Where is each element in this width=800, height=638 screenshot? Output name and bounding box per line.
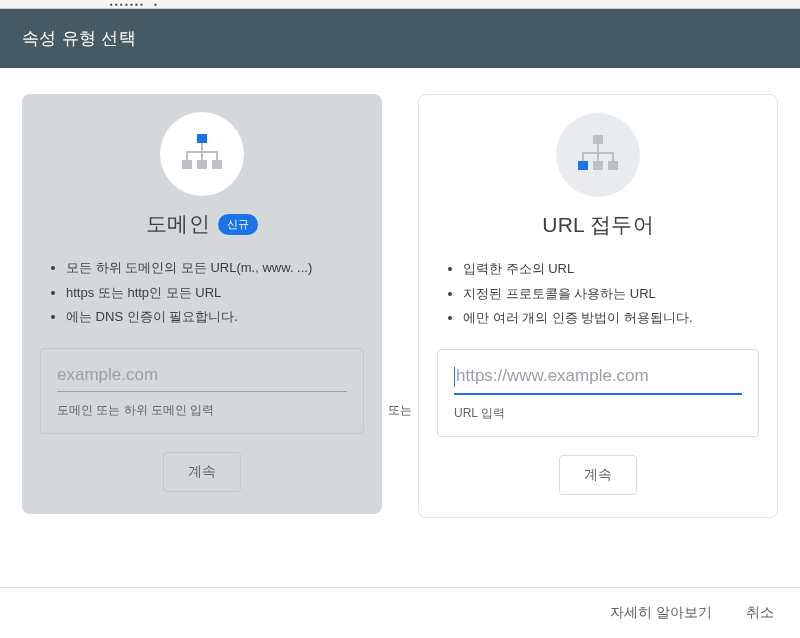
svg-rect-4 (593, 135, 603, 144)
sitemap-icon (574, 133, 622, 177)
browser-tab-strip: ▪ ▪ ▪ ▪ ▪ ▪ ▪ ▪ (0, 0, 800, 9)
tab-remnant: ▪ ▪ ▪ ▪ ▪ ▪ ▪ ▪ (110, 0, 157, 9)
svg-rect-5 (578, 161, 588, 170)
dialog-content: 도메인 신규 모든 하위 도메인의 모든 URL(m., www. ...) h… (0, 68, 800, 518)
domain-input-box: example.com 도메인 또는 하위 도메인 입력 (40, 348, 364, 434)
svg-rect-1 (182, 160, 192, 169)
url-prefix-property-card[interactable]: URL 접두어 입력한 주소의 URL 지정된 프로토콜을 사용하는 URL 에… (418, 94, 778, 518)
list-item: 에만 여러 개의 인증 방법이 허용됩니다. (463, 306, 759, 331)
svg-rect-6 (593, 161, 603, 170)
domain-input-placeholder: example.com (57, 365, 158, 384)
url-prefix-input-box: https://www.example.com URL 입력 (437, 349, 759, 437)
domain-input[interactable]: example.com (57, 365, 347, 392)
dialog-header: 속성 유형 선택 (0, 9, 800, 68)
cancel-button[interactable]: 취소 (746, 604, 774, 622)
svg-rect-3 (212, 160, 222, 169)
url-prefix-feature-list: 입력한 주소의 URL 지정된 프로토콜을 사용하는 URL 에만 여러 개의 … (437, 257, 759, 349)
domain-continue-button[interactable]: 계속 (163, 452, 241, 492)
url-prefix-title: URL 접두어 (542, 211, 653, 239)
sitemap-icon (178, 132, 226, 176)
new-badge: 신규 (218, 214, 258, 235)
dialog-title: 속성 유형 선택 (22, 29, 136, 48)
list-item: 모든 하위 도메인의 모든 URL(m., www. ...) (66, 256, 364, 281)
list-item: 입력한 주소의 URL (463, 257, 759, 282)
list-item: 지정된 프로토콜을 사용하는 URL (463, 282, 759, 307)
url-prefix-title-row: URL 접두어 (542, 211, 653, 239)
domain-input-helper: 도메인 또는 하위 도메인 입력 (57, 402, 347, 419)
domain-feature-list: 모든 하위 도메인의 모든 URL(m., www. ...) https 또는… (40, 256, 364, 348)
url-prefix-icon-circle (556, 113, 640, 197)
domain-title: 도메인 (146, 210, 210, 238)
domain-icon-circle (160, 112, 244, 196)
url-prefix-input[interactable]: https://www.example.com (454, 366, 742, 395)
learn-more-link[interactable]: 자세히 알아보기 (610, 604, 712, 622)
url-prefix-continue-button[interactable]: 계속 (559, 455, 637, 495)
domain-title-row: 도메인 신규 (146, 210, 258, 238)
url-prefix-input-placeholder: https://www.example.com (456, 366, 649, 385)
svg-rect-2 (197, 160, 207, 169)
text-cursor (454, 367, 455, 387)
or-divider: 또는 (382, 402, 418, 419)
url-prefix-input-helper: URL 입력 (454, 405, 742, 422)
list-item: 에는 DNS 인증이 필요합니다. (66, 305, 364, 330)
svg-rect-0 (197, 134, 207, 143)
svg-rect-7 (608, 161, 618, 170)
domain-property-card[interactable]: 도메인 신규 모든 하위 도메인의 모든 URL(m., www. ...) h… (22, 94, 382, 514)
list-item: https 또는 http인 모든 URL (66, 281, 364, 306)
dialog-footer: 자세히 알아보기 취소 (0, 587, 800, 638)
